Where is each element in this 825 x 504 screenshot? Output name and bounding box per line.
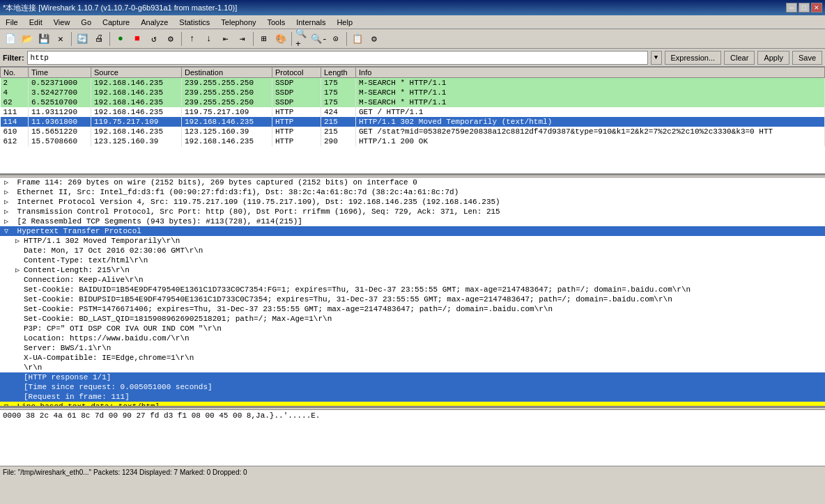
http-line-text: Set-Cookie: BD_LAST_QID=1815908962690251… bbox=[24, 315, 332, 323]
menu-internals[interactable]: Internals bbox=[293, 17, 328, 27]
save-button[interactable]: Save bbox=[792, 51, 822, 65]
menu-analyze[interactable]: Analyze bbox=[138, 17, 171, 27]
close-capture-button[interactable]: ✕ bbox=[53, 31, 68, 47]
preferences-button[interactable]: ⚙ bbox=[367, 31, 382, 47]
filter-input[interactable] bbox=[27, 51, 648, 65]
table-row[interactable]: 626.52510700192.168.146.235239.255.255.2… bbox=[1, 97, 825, 107]
http-detail-line[interactable]: Set-Cookie: BD_LAST_QID=1815908962690251… bbox=[0, 314, 825, 324]
table-cell: 192.168.146.235 bbox=[91, 97, 182, 107]
expression-button[interactable]: Expression... bbox=[665, 51, 722, 65]
http-detail-line[interactable]: Location: https://www.baidu.com/\r\n bbox=[0, 333, 825, 343]
tcp-line[interactable]: ▷ Transmission Control Protocol, Src Por… bbox=[0, 207, 825, 216]
line-based-header[interactable]: ▽ Line-based text data: text/html bbox=[0, 402, 825, 407]
table-cell: 192.168.146.235 bbox=[91, 88, 182, 97]
table-cell: 192.168.146.235 bbox=[91, 127, 182, 136]
toolbar-sep-2 bbox=[109, 32, 110, 46]
stop-capture-button[interactable]: ■ bbox=[130, 31, 145, 47]
open-button[interactable]: 📂 bbox=[20, 31, 35, 47]
table-cell: 215 bbox=[321, 117, 356, 127]
http-detail-line[interactable]: Set-Cookie: BIDUPSID=1B54E9DF479540E1361… bbox=[0, 294, 825, 304]
print-button[interactable]: 🖨 bbox=[91, 31, 107, 47]
scroll-up-button[interactable]: ↑ bbox=[185, 31, 200, 47]
goto-first-button[interactable]: ⇤ bbox=[218, 31, 233, 47]
apply-button[interactable]: Apply bbox=[757, 51, 789, 65]
zoom-out-button[interactable]: 🔍- bbox=[311, 31, 327, 47]
http-expand-icon: ▽ bbox=[4, 227, 13, 235]
table-cell: HTTP/1.1 302 Moved Temporarily (text/htm… bbox=[356, 117, 825, 127]
http-detail-line[interactable]: \r\n bbox=[0, 363, 825, 372]
table-row[interactable]: 11111.9311290192.168.146.235119.75.217.1… bbox=[1, 107, 825, 117]
table-cell: 15.5651220 bbox=[29, 127, 91, 136]
ip-line[interactable]: ▷ Internet Protocol Version 4, Src: 119.… bbox=[0, 197, 825, 207]
scroll-down-button[interactable]: ↓ bbox=[201, 31, 217, 47]
table-cell: 3.52427700 bbox=[29, 88, 91, 97]
table-row[interactable]: 43.52427700192.168.146.235239.255.255.25… bbox=[1, 88, 825, 97]
menu-tools[interactable]: Tools bbox=[265, 17, 288, 27]
menu-help[interactable]: Help bbox=[334, 17, 355, 27]
table-header: No. Time Source Destination Protocol Len… bbox=[1, 68, 825, 78]
restart-capture-button[interactable]: ↺ bbox=[146, 31, 162, 47]
http-detail-line[interactable]: Set-Cookie: PSTM=1476671406; expires=Thu… bbox=[0, 304, 825, 314]
menu-telephony[interactable]: Telephony bbox=[218, 17, 259, 27]
clear-button[interactable]: Clear bbox=[724, 51, 755, 65]
col-source[interactable]: Source bbox=[91, 68, 182, 78]
table-row[interactable]: 20.52371000192.168.146.235239.255.255.25… bbox=[1, 78, 825, 88]
menu-capture[interactable]: Capture bbox=[100, 17, 132, 27]
http-line-text: [Request in frame: 111] bbox=[24, 393, 130, 401]
http-detail-line[interactable]: Server: BWS/1.1\r\n bbox=[0, 343, 825, 353]
menu-view[interactable]: View bbox=[51, 17, 73, 27]
zoom-reset-button[interactable]: ⊙ bbox=[328, 31, 344, 47]
toolbar: 📄 📂 💾 ✕ 🔄 🖨 ● ■ ↺ ⚙ ↑ ↓ ⇤ ⇥ ⊞ 🎨 🔍+ 🔍- ⊙ … bbox=[0, 29, 825, 49]
frame-line[interactable]: ▷ Frame 114: 269 bytes on wire (2152 bit… bbox=[0, 178, 825, 187]
http-detail-line[interactable]: ▷Content-Length: 215\r\n bbox=[0, 265, 825, 275]
col-info[interactable]: Info bbox=[356, 68, 825, 78]
http-detail-line[interactable]: Set-Cookie: BAIDUID=1B54E9DF479540E1361C… bbox=[0, 285, 825, 294]
http-line-text: Location: https://www.baidu.com/\r\n bbox=[24, 334, 190, 342]
http-line-text: P3P: CP=" OTI DSP COR IVA OUR IND COM "\… bbox=[24, 324, 222, 333]
menu-file[interactable]: File bbox=[3, 17, 21, 27]
http-line-text: Date: Mon, 17 Oct 2016 02:30:06 GMT\r\n bbox=[24, 246, 203, 255]
http-detail-line[interactable]: [Request in frame: 111] bbox=[0, 392, 825, 402]
capture-filter-button[interactable]: 📋 bbox=[350, 31, 365, 47]
save-button[interactable]: 💾 bbox=[36, 31, 52, 47]
http-detail-line[interactable]: [Time since request: 0.005051000 seconds… bbox=[0, 382, 825, 392]
maximize-button[interactable]: □ bbox=[799, 3, 810, 13]
close-button[interactable]: ✕ bbox=[811, 3, 822, 13]
col-protocol[interactable]: Protocol bbox=[272, 68, 321, 78]
goto-last-button[interactable]: ⇥ bbox=[235, 31, 250, 47]
table-row[interactable]: 11411.9361800119.75.217.109192.168.146.2… bbox=[1, 117, 825, 127]
zoom-in-button[interactable]: 🔍+ bbox=[295, 31, 310, 47]
table-cell: M-SEARCH * HTTP/1.1 bbox=[356, 97, 825, 107]
reassembled-line[interactable]: ▷ [2 Reassembled TCP Segments (943 bytes… bbox=[0, 216, 825, 226]
http-line-text: Content-Length: 215\r\n bbox=[24, 266, 130, 274]
minimize-button[interactable]: ─ bbox=[786, 3, 797, 13]
col-destination[interactable]: Destination bbox=[182, 68, 272, 78]
capture-options-button[interactable]: ⚙ bbox=[163, 31, 178, 47]
ethernet-line[interactable]: ▷ Ethernet II, Src: Intel_fd:d3:f1 (00:9… bbox=[0, 187, 825, 197]
col-time[interactable]: Time bbox=[29, 68, 91, 78]
col-length[interactable]: Length bbox=[321, 68, 356, 78]
http-detail-line[interactable]: ▷HTTP/1.1 302 Moved Temporarily\r\n bbox=[0, 236, 825, 246]
start-capture-button[interactable]: ● bbox=[113, 31, 128, 47]
colorize-button[interactable]: 🎨 bbox=[273, 31, 288, 47]
table-row[interactable]: 61215.5708660123.125.160.39192.168.146.2… bbox=[1, 136, 825, 146]
http-header-line[interactable]: ▽ Hypertext Transfer Protocol bbox=[0, 226, 825, 236]
http-detail-line[interactable]: Connection: Keep-Alive\r\n bbox=[0, 275, 825, 285]
menu-go[interactable]: Go bbox=[78, 17, 94, 27]
col-no[interactable]: No. bbox=[1, 68, 29, 78]
reload-button[interactable]: 🔄 bbox=[75, 31, 90, 47]
http-detail-line[interactable]: [HTTP response 1/1] bbox=[0, 372, 825, 382]
table-cell: HTTP bbox=[272, 107, 321, 117]
http-detail-line[interactable]: P3P: CP=" OTI DSP COR IVA OUR IND COM "\… bbox=[0, 324, 825, 333]
table-cell: HTTP bbox=[272, 127, 321, 136]
menu-edit[interactable]: Edit bbox=[26, 17, 45, 27]
new-button[interactable]: 📄 bbox=[3, 31, 18, 47]
http-detail-line[interactable]: Date: Mon, 17 Oct 2016 02:30:06 GMT\r\n bbox=[0, 246, 825, 255]
http-detail-line[interactable]: Content-Type: text/html\r\n bbox=[0, 255, 825, 265]
table-row[interactable]: 61015.5651220192.168.146.235123.125.160.… bbox=[1, 127, 825, 136]
filter-dropdown-button[interactable]: ▼ bbox=[651, 51, 662, 65]
menu-statistics[interactable]: Statistics bbox=[176, 17, 213, 27]
display-filter-button[interactable]: ⊞ bbox=[256, 31, 272, 47]
hex-pane: 0000 38 2c 4a 61 8c 7d 00 90 27 fd d3 f1… bbox=[0, 410, 825, 466]
http-detail-line[interactable]: X-UA-Compatible: IE=Edge,chrome=1\r\n bbox=[0, 353, 825, 363]
